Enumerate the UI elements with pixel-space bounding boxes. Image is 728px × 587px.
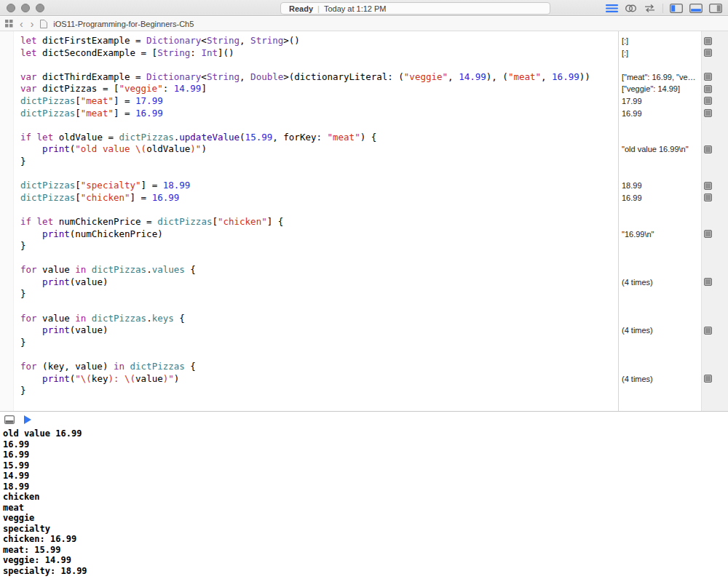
- code-token: ] =: [130, 192, 152, 203]
- code-token: }: [20, 385, 26, 396]
- close-window-button[interactable]: [7, 4, 15, 12]
- code-line[interactable]: [20, 119, 618, 132]
- code-line[interactable]: for value in dictPizzas.keys {: [20, 313, 618, 325]
- show-result-button[interactable]: [704, 109, 712, 117]
- toolbar-separator: [662, 4, 663, 13]
- show-result-button[interactable]: [704, 193, 712, 201]
- result-row: ["veggie": 14.99]: [619, 83, 728, 95]
- result-row: (4 times): [619, 324, 728, 337]
- code-token: "meat": [81, 95, 114, 106]
- show-result-button[interactable]: [704, 327, 712, 335]
- code-token: <: [201, 35, 207, 46]
- result-value: (4 times): [622, 276, 653, 289]
- result-value: 16.99: [622, 192, 642, 204]
- code-line[interactable]: if let oldValue = dictPizzas.updateValue…: [20, 132, 618, 144]
- results-rows: [:][:]["meat": 16.99, "ve…["veggie": 14.…: [619, 35, 728, 397]
- code-line[interactable]: [20, 204, 618, 216]
- code-line[interactable]: let dictFirstExample = Dictionary<String…: [20, 35, 618, 47]
- code-token: oldValue: [146, 143, 190, 154]
- show-result-button[interactable]: [704, 37, 712, 45]
- code-line[interactable]: }: [20, 385, 618, 397]
- code-token: {: [185, 264, 196, 275]
- show-result-button[interactable]: [704, 230, 712, 238]
- show-result-button[interactable]: [704, 49, 712, 57]
- jump-bar-file-title[interactable]: iOS11-Programming-for-Beginners-Ch5: [53, 20, 194, 28]
- code-line[interactable]: var dictPizzas = ["veggie": 14.99]: [20, 83, 618, 95]
- code-line[interactable]: [20, 59, 618, 71]
- code-token: dictPizzas: [119, 132, 173, 143]
- code-line[interactable]: if let numChickenPrice = dictPizzas["chi…: [20, 216, 618, 228]
- code-token: , forKey:: [272, 132, 327, 143]
- code-token: for: [20, 361, 37, 372]
- code-token: [86, 313, 92, 324]
- show-result-button[interactable]: [704, 73, 712, 81]
- version-editor-button[interactable]: [644, 4, 656, 13]
- code-line[interactable]: [20, 300, 618, 313]
- code-token: }: [20, 288, 26, 299]
- code-line[interactable]: dictPizzas["chicken"] = 16.99: [20, 192, 618, 204]
- code-token: ] =: [141, 180, 163, 191]
- back-button[interactable]: ‹: [19, 19, 24, 29]
- code-line[interactable]: print("old value \(oldValue)"): [20, 143, 618, 156]
- show-result-button[interactable]: [704, 375, 712, 383]
- result-row: [619, 156, 728, 168]
- show-result-button[interactable]: [704, 85, 712, 93]
- code-line[interactable]: dictPizzas["meat"] = 16.99: [20, 108, 618, 120]
- code-line[interactable]: dictPizzas["meat"] = 17.99: [20, 95, 618, 108]
- code-line[interactable]: }: [20, 156, 618, 168]
- show-result-button[interactable]: [704, 278, 712, 286]
- code-line[interactable]: print("\(key): \(value)"): [20, 373, 618, 386]
- code-line[interactable]: }: [20, 337, 618, 349]
- zoom-window-button[interactable]: [36, 4, 44, 12]
- pane-bottom-icon: [689, 4, 703, 13]
- code-line[interactable]: for (key, value) in dictPizzas {: [20, 361, 618, 373]
- forward-button[interactable]: ›: [30, 19, 35, 29]
- minimize-window-button[interactable]: [21, 4, 30, 12]
- code-line[interactable]: let dictSecondExample = [String: Int](): [20, 47, 618, 60]
- show-result-button[interactable]: [704, 182, 712, 190]
- code-line[interactable]: var dictThirdExample = Dictionary<String…: [20, 71, 618, 84]
- code-line[interactable]: print(numChickenPrice): [20, 228, 618, 241]
- inspectors-toggle-button[interactable]: [709, 4, 722, 13]
- standard-editor-button[interactable]: [606, 4, 618, 13]
- result-row: (4 times): [619, 373, 728, 386]
- code-token: in: [75, 264, 86, 275]
- code-line[interactable]: }: [20, 240, 618, 252]
- code-line[interactable]: print(value): [20, 276, 618, 289]
- console-line: old value 16.99: [3, 428, 728, 439]
- related-items-button[interactable]: [5, 20, 13, 28]
- code-line[interactable]: [20, 168, 618, 180]
- result-row: [619, 216, 728, 228]
- window-titlebar: Ready | Today at 1:12 PM: [0, 0, 728, 16]
- code-line[interactable]: [20, 252, 618, 265]
- code-token: ,: [541, 71, 552, 82]
- code-token: 14.99: [174, 83, 202, 94]
- editor-area: let dictFirstExample = Dictionary<String…: [0, 31, 728, 411]
- navigator-toggle-button[interactable]: [670, 4, 683, 13]
- code-token: "veggie": [119, 83, 162, 94]
- console-toggle-button[interactable]: [4, 415, 15, 424]
- assistant-editor-button[interactable]: [625, 4, 637, 13]
- code-line[interactable]: print(value): [20, 324, 618, 337]
- code-line[interactable]: for value in dictPizzas.values {: [20, 264, 618, 276]
- code-token: ](): [218, 47, 234, 58]
- code-token: [31, 132, 37, 143]
- result-row: 18.99: [619, 180, 728, 192]
- code-line[interactable]: }: [20, 288, 618, 300]
- code-token: print: [42, 228, 70, 239]
- console-output: old value 16.9916.9916.9915.9914.9918.99…: [0, 427, 728, 587]
- code-line[interactable]: dictPizzas["specialty"] = 18.99: [20, 180, 618, 192]
- code-token: [20, 373, 42, 384]
- run-playground-button[interactable]: [24, 415, 31, 424]
- code-token: (key, value): [37, 361, 114, 372]
- code-editor[interactable]: let dictFirstExample = Dictionary<String…: [0, 35, 618, 397]
- code-token: "veggie": [404, 71, 448, 82]
- show-result-button[interactable]: [704, 97, 712, 105]
- code-line[interactable]: [20, 348, 618, 361]
- result-value: "old value 16.99\n": [622, 143, 689, 156]
- code-token: 16.99: [552, 71, 579, 82]
- code-token: "meat": [328, 132, 360, 143]
- show-result-button[interactable]: [704, 145, 712, 153]
- debug-area-toggle-button[interactable]: [689, 4, 703, 13]
- result-row: 16.99: [619, 192, 728, 204]
